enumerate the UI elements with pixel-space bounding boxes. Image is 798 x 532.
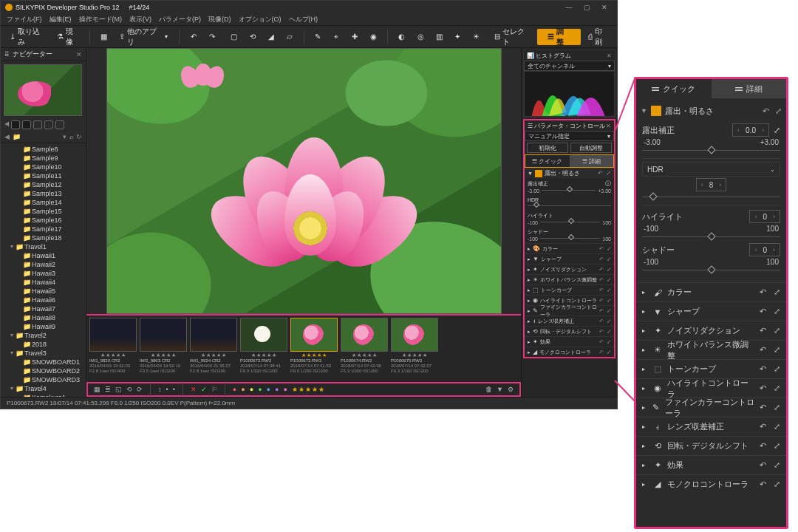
folder-item[interactable]: 📁Hawaii8 xyxy=(1,313,86,322)
reset-icon[interactable]: ↶ xyxy=(598,170,603,177)
dot-orange-icon[interactable]: ● xyxy=(241,386,245,393)
folder-item[interactable]: 📁Sample13 xyxy=(1,189,86,198)
navigator-thumbnail[interactable] xyxy=(4,64,82,116)
panel-close-icon[interactable]: ✕ xyxy=(607,52,612,59)
menu-file[interactable]: ファイル(F) xyxy=(7,15,42,24)
tool-mask-icon[interactable]: ▥ xyxy=(432,29,447,45)
rotate-right-icon[interactable]: ⟳ xyxy=(137,386,143,393)
folder-item[interactable]: 📁Hawaii6 xyxy=(1,296,86,304)
param-row[interactable]: ▸✦効果↶⤢ xyxy=(636,455,786,474)
param-row[interactable]: ▸☀ホワイトバランス微調整↶⤢ xyxy=(636,340,786,359)
refresh-icon[interactable]: ↻ xyxy=(76,133,82,140)
folder-item[interactable]: 📁SNOWBOARD1 xyxy=(1,358,86,366)
folder-tree[interactable]: 📁Sample8📁Sample9📁Sample10📁Sample11📁Sampl… xyxy=(1,143,86,397)
folder-item[interactable]: 📁Sample14 xyxy=(1,198,86,207)
tool-gradient-icon[interactable]: ◐ xyxy=(394,29,409,45)
quick-tab[interactable]: ☰クイック xyxy=(525,155,570,167)
thumbnail[interactable]: ★★★★★P1000674.RW22018/07/14 07:42:00F5.3… xyxy=(341,318,388,382)
highlight-slider[interactable] xyxy=(540,219,600,225)
folder-item[interactable]: 📁Sample16 xyxy=(1,216,86,225)
exposure-slider[interactable] xyxy=(642,146,780,155)
dropdown-icon[interactable]: ▾ xyxy=(63,133,66,140)
menu-options[interactable]: オプション(O) xyxy=(239,15,282,24)
sort-icon[interactable]: ↕ xyxy=(158,386,162,393)
folder-item[interactable]: 📁Hawaii7 xyxy=(1,304,86,313)
exposure-header[interactable]: ▼ 露出・明るさ ↶⤢ xyxy=(525,168,614,178)
folder-item[interactable]: 📁Hawaii3 xyxy=(1,269,86,278)
folder-item[interactable]: 📁Hawaii1 xyxy=(1,251,86,260)
tool-crop-icon[interactable]: ▢ xyxy=(226,29,242,45)
thumbnail[interactable]: ★★★★★IMG_9863.CR22016/04/09 19:52:19F3.5… xyxy=(140,318,187,382)
thumbnail[interactable]: ★★★★★IMG_9924.CR22016/04/09 21:35:07F2.8… xyxy=(190,318,237,382)
image-viewer[interactable] xyxy=(86,48,521,314)
param-row[interactable]: ▸▼シャープ↶⤢ xyxy=(525,253,614,264)
param-row[interactable]: ▸✎ファインカラーコントローラ↶⤢ xyxy=(525,305,614,316)
param-row[interactable]: ▸⬚トーンカーブ↶⤢ xyxy=(525,284,614,295)
highlight-stepper[interactable]: ‹0› xyxy=(749,210,780,223)
maximize-button[interactable]: ▢ xyxy=(579,2,595,13)
folder-item[interactable]: 📁Sample10 xyxy=(1,163,86,171)
param-row[interactable]: ▸◉ハイライトコントローラ↶⤢ xyxy=(636,378,786,398)
tool-wb-icon[interactable]: ☀ xyxy=(468,29,484,45)
folder-item[interactable]: ▾📁Travel4 xyxy=(1,384,86,393)
folder-item[interactable]: 📁Sample9 xyxy=(1,154,86,163)
folder-item[interactable]: 📁Hawaii9 xyxy=(1,322,86,331)
trash-icon[interactable]: 🗑 xyxy=(485,386,492,393)
other-apps-button[interactable]: ⇪ 他のアプリ ▼ xyxy=(115,29,173,45)
exposure-slider[interactable] xyxy=(542,188,596,194)
shadow-slider[interactable] xyxy=(642,266,780,275)
param-row[interactable]: ▸◢モノクロコントローラ↶⤢ xyxy=(525,347,614,357)
param-row[interactable]: ▸◢モノクロコントローラ↶⤢ xyxy=(636,474,786,494)
folder-item[interactable]: 📁Sample15 xyxy=(1,207,86,216)
param-row[interactable]: ▸⟲回転・デジタルシフト↶⤢ xyxy=(636,436,786,455)
import-button[interactable]: ⤓ 取り込み xyxy=(5,29,50,45)
init-button[interactable]: 初期化 xyxy=(527,143,568,153)
folder-item[interactable]: ▾📁Travel3 xyxy=(1,349,86,358)
param-row[interactable]: ▸🖌カラー↶⤢ xyxy=(636,282,786,301)
folder-item[interactable]: 📁Hawaii4 xyxy=(1,278,86,287)
tool-straighten-icon[interactable]: ◢ xyxy=(263,29,279,45)
folder-item[interactable]: 📁Sample17 xyxy=(1,225,86,233)
thumbnail[interactable]: ★★★★★P1000672.RW22018/07/14 07:38:41F8.0… xyxy=(240,318,287,382)
thumbnail[interactable]: ★★★★★P1000675.RW22018/07/14 07:42:07F6.3… xyxy=(391,318,438,382)
adjust-mode-button[interactable]: ☰ 調整 xyxy=(537,29,580,45)
tool-perspective-icon[interactable]: ▱ xyxy=(282,29,297,45)
dot-green-icon[interactable]: ● xyxy=(258,386,262,393)
filter-icon[interactable]: ▼ xyxy=(497,386,503,393)
channel-dropdown[interactable]: 全てのチャンネル▾ xyxy=(524,61,615,71)
folder-item[interactable]: 📁Hawaii2 xyxy=(1,260,86,269)
undo-button[interactable]: ↶ xyxy=(185,29,201,45)
view-mode-4[interactable] xyxy=(44,120,53,129)
chevron-left-icon[interactable]: ◀ xyxy=(4,133,10,140)
param-row[interactable]: ▸✎ファインカラーコントローラ↶⤢ xyxy=(636,398,786,417)
folder-item[interactable]: 📁Sample18 xyxy=(1,233,86,242)
folder-item[interactable]: 📁Sample11 xyxy=(1,171,86,180)
tool-rotate-icon[interactable]: ⟲ xyxy=(245,29,260,45)
popout-icon[interactable]: ⤢ xyxy=(606,170,611,177)
settings-icon[interactable]: ⚙ xyxy=(508,386,514,393)
param-row[interactable]: ▸✦ノイズリダクション↶⤢ xyxy=(636,321,786,340)
rating-stars[interactable]: ★★★★★ xyxy=(292,386,324,393)
tool-redeye-icon[interactable]: ◉ xyxy=(366,29,381,45)
menu-help[interactable]: ヘルプ(H) xyxy=(289,15,318,24)
folder-item[interactable]: 📁Sample12 xyxy=(1,180,86,189)
grid-icon[interactable]: ▦ xyxy=(94,386,100,393)
dot-red-icon[interactable]: ● xyxy=(233,386,236,393)
param-row[interactable]: ▸✦ノイズリダクション↶⤢ xyxy=(525,264,614,274)
param-row[interactable]: ▸☀ホワイトバランス微調整↶⤢ xyxy=(525,274,614,284)
hdr-slider[interactable] xyxy=(642,193,780,202)
menu-params[interactable]: パラメータ(P) xyxy=(159,15,201,24)
tool-stamp-icon[interactable]: ⌖ xyxy=(329,29,344,45)
panel-close-icon[interactable]: ✕ xyxy=(606,123,611,129)
view-mode-3[interactable] xyxy=(33,120,42,129)
mark-2-icon[interactable]: • xyxy=(173,386,175,393)
redo-button[interactable]: ↷ xyxy=(205,29,220,45)
menu-mode[interactable]: 操作モード(M) xyxy=(79,15,123,24)
param-row[interactable]: ▸⫞レンズ収差補正↶⤢ xyxy=(525,316,614,326)
auto-exposure-icon[interactable]: ⤢ xyxy=(774,126,780,135)
exposure-stepper[interactable]: ‹0.0› xyxy=(732,123,769,137)
i-icon[interactable]: ⓘ xyxy=(605,180,611,188)
close-button[interactable]: ✕ xyxy=(596,2,613,13)
view-mode-5[interactable] xyxy=(55,120,64,129)
dot-blue-icon[interactable]: ● xyxy=(267,386,270,393)
